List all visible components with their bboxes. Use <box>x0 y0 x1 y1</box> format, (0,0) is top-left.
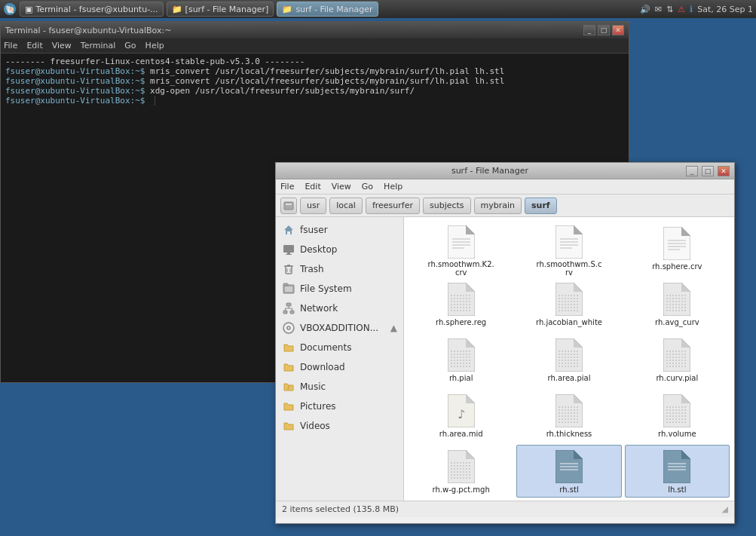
svg-rect-13 <box>285 286 292 292</box>
info-icon: ℹ <box>690 5 693 14</box>
svg-text:🐚: 🐚 <box>5 5 15 14</box>
file-item[interactable]: ♪ rh.area.mid <box>409 389 513 442</box>
file-item[interactable]: rh.thickness <box>516 389 621 442</box>
svg-rect-6 <box>286 254 292 255</box>
breadcrumb-subjects[interactable]: subjects <box>423 198 471 214</box>
sidebar-item-network[interactable]: Network <box>276 299 403 318</box>
file-name: rh.stl <box>559 485 578 494</box>
file-item[interactable]: rh.area.pial <box>516 333 621 386</box>
sidebar-item-documents[interactable]: Documents <box>276 338 403 357</box>
fm-menubar: File Edit View Go Help <box>276 179 734 194</box>
file-name: rh.area.pial <box>548 374 591 382</box>
file-name: rh.avg_curv <box>655 318 699 326</box>
fm-minimize-btn[interactable]: _ <box>686 166 698 176</box>
file-item[interactable]: rh.smoothwm.S.crv <box>516 222 621 274</box>
file-item[interactable]: rh.w-g.pct.mgh <box>409 445 513 498</box>
terminal-maximize-btn[interactable]: □ <box>598 25 610 35</box>
fm-close-btn[interactable]: ✕ <box>718 166 730 176</box>
file-item[interactable]: lh.stl <box>625 445 730 498</box>
svg-rect-81 <box>451 461 472 479</box>
terminal-menu-go[interactable]: Go <box>124 41 136 51</box>
sidebar-item-filesystem[interactable]: File System <box>276 279 403 299</box>
taskbar-fm-btn1[interactable]: 📁 [surf - File Manager] <box>167 2 274 17</box>
svg-marker-71 <box>574 394 583 403</box>
breadcrumb-freesurfer[interactable]: freesurfer <box>366 198 420 214</box>
sidebar-item-pictures[interactable]: Pictures <box>276 397 403 416</box>
terminal-line-2: fsuser@xubuntu-VirtualBox:~$ mris_conver… <box>5 76 624 86</box>
taskbar: 🐚 ▣ Terminal - fsuser@xubuntu-... 📁 [sur… <box>0 0 756 18</box>
fm-titlebar: surf - File Manager _ □ ✕ <box>276 163 734 179</box>
sidebar-item-videos[interactable]: Videos <box>276 416 403 436</box>
folder-icon2: 📁 <box>282 5 292 14</box>
breadcrumb-usr[interactable]: usr <box>300 198 326 214</box>
svg-marker-64 <box>681 338 690 348</box>
breadcrumb-local[interactable]: local <box>329 198 363 214</box>
breadcrumb-surf[interactable]: surf <box>525 198 557 214</box>
file-item[interactable]: rh.avg_curv <box>625 277 730 330</box>
svg-rect-3 <box>286 204 292 205</box>
svg-rect-16 <box>283 311 287 314</box>
terminal-menu-help[interactable]: Help <box>145 41 164 51</box>
svg-marker-56 <box>466 338 475 348</box>
app-menu-icon[interactable]: 🐚 <box>3 2 17 16</box>
terminal-menu-edit[interactable]: Edit <box>26 41 42 51</box>
file-name: rh.jacobian_white <box>536 318 602 326</box>
file-icon: ♪ <box>446 393 476 428</box>
file-icon <box>446 449 476 484</box>
file-name: rh.thickness <box>546 430 592 438</box>
file-name: rh.sphere.crv <box>652 262 702 271</box>
file-item[interactable]: rh.sphere.crv <box>625 222 730 274</box>
sidebar-item-trash[interactable]: Trash <box>276 259 403 279</box>
sidebar-item-fsuser[interactable]: fsuser <box>276 220 403 240</box>
sidebar-item-music[interactable]: ♪ Music <box>276 377 403 397</box>
file-icon <box>662 225 692 261</box>
sidebar-item-desktop[interactable]: Desktop <box>276 240 403 259</box>
svg-rect-66 <box>666 350 687 368</box>
svg-rect-7 <box>286 266 292 274</box>
file-name: rh.pial <box>449 374 473 382</box>
breadcrumb-drive-btn[interactable] <box>280 198 297 214</box>
svg-marker-88 <box>681 450 690 459</box>
svg-rect-15 <box>286 303 291 306</box>
svg-rect-17 <box>290 311 294 314</box>
fm-menu-help[interactable]: Help <box>384 182 402 191</box>
terminal-close-btn[interactable]: ✕ <box>612 25 624 35</box>
fm-menu-go[interactable]: Go <box>362 182 373 191</box>
file-name: rh.smoothwm.S.crv <box>535 260 603 277</box>
file-item[interactable]: rh.stl <box>516 445 621 498</box>
file-icon <box>446 281 476 317</box>
file-item[interactable]: rh.sphere.reg <box>409 277 513 330</box>
file-item[interactable]: rh.smoothwm.K2.crv <box>409 222 513 274</box>
sidebar-item-download[interactable]: Download <box>276 357 403 377</box>
terminal-minimize-btn[interactable]: _ <box>583 25 595 35</box>
taskbar-terminal-btn[interactable]: ▣ Terminal - fsuser@xubuntu-... <box>20 2 164 17</box>
fm-files-area[interactable]: rh.smoothwm.K2.crv rh.smoothwm.S.crv <box>404 217 734 501</box>
file-icon <box>554 393 584 428</box>
terminal-menu-view[interactable]: View <box>52 41 72 51</box>
terminal-menu-file[interactable]: File <box>4 41 17 51</box>
documents-folder-icon <box>282 341 295 354</box>
fm-menu-file[interactable]: File <box>280 182 294 191</box>
file-item[interactable]: rh.pial <box>409 333 513 386</box>
terminal-menu-terminal[interactable]: Terminal <box>81 41 116 51</box>
fm-maximize-btn[interactable]: □ <box>702 166 714 176</box>
eject-icon: ▲ <box>390 323 397 333</box>
breadcrumb-mybrain[interactable]: mybrain <box>474 198 522 214</box>
file-icon <box>446 337 476 372</box>
file-item[interactable]: rh.curv.pial <box>625 333 730 386</box>
terminal-win-buttons: _ □ ✕ <box>583 25 624 35</box>
svg-rect-50 <box>559 294 580 312</box>
svg-rect-2 <box>284 202 293 210</box>
fm-menu-edit[interactable]: Edit <box>305 182 320 191</box>
file-name: rh.area.mid <box>439 430 483 438</box>
taskbar-left: 🐚 ▣ Terminal - fsuser@xubuntu-... 📁 [sur… <box>3 2 378 17</box>
terminal-line-1: fsuser@xubuntu-VirtualBox:~$ mris_conver… <box>5 66 624 76</box>
fm-win-buttons: _ □ ✕ <box>684 166 730 176</box>
fm-menu-view[interactable]: View <box>332 182 351 191</box>
svg-rect-58 <box>451 350 472 368</box>
sidebar-item-vboxaddition[interactable]: VBOXADDITION... ▲ <box>276 318 403 338</box>
taskbar-fm-btn2[interactable]: 📁 surf - File Manager <box>277 2 378 17</box>
download-folder-icon <box>282 360 295 374</box>
file-item[interactable]: rh.jacobian_white <box>516 277 621 330</box>
file-item[interactable]: rh.volume <box>625 389 730 442</box>
